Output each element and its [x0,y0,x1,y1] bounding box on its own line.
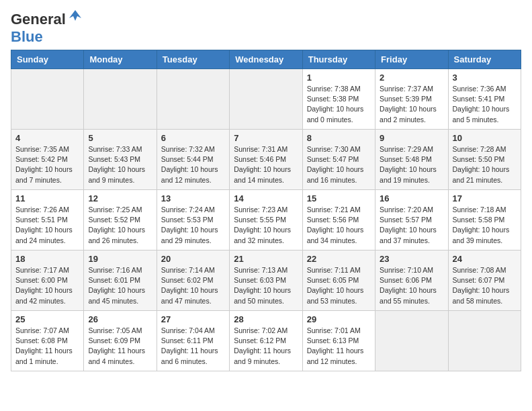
day-info: Sunrise: 7:24 AMSunset: 5:53 PMDaylight:… [161,205,225,246]
day-number: 10 [453,133,517,143]
calendar-cell [375,311,448,371]
day-info: Sunrise: 7:21 AMSunset: 5:56 PMDaylight:… [307,205,371,246]
logo-bird-icon [68,9,83,26]
day-info: Sunrise: 7:13 AMSunset: 6:03 PMDaylight:… [234,265,298,306]
day-number: 29 [307,314,371,324]
day-info: Sunrise: 7:28 AMSunset: 5:50 PMDaylight:… [453,144,517,185]
calendar-cell: 7Sunrise: 7:31 AMSunset: 5:46 PMDaylight… [230,130,302,190]
calendar-cell: 13Sunrise: 7:24 AMSunset: 5:53 PMDayligh… [157,190,229,250]
calendar-cell: 25Sunrise: 7:07 AMSunset: 6:08 PMDayligh… [11,311,84,371]
calendar-cell: 19Sunrise: 7:16 AMSunset: 6:01 PMDayligh… [84,250,157,311]
calendar-cell: 2Sunrise: 7:37 AMSunset: 5:39 PMDaylight… [375,69,448,130]
logo-blue: Blue [11,28,43,45]
calendar-cell: 12Sunrise: 7:25 AMSunset: 5:52 PMDayligh… [84,190,157,250]
day-number: 25 [15,314,79,324]
calendar-cell: 21Sunrise: 7:13 AMSunset: 6:03 PMDayligh… [230,250,302,311]
day-number: 12 [88,193,152,203]
calendar-cell: 26Sunrise: 7:05 AMSunset: 6:09 PMDayligh… [84,311,157,371]
weekday-header-friday: Friday [375,50,448,69]
day-info: Sunrise: 7:14 AMSunset: 6:02 PMDaylight:… [161,265,225,306]
day-info: Sunrise: 7:31 AMSunset: 5:46 PMDaylight:… [234,144,298,185]
day-info: Sunrise: 7:35 AMSunset: 5:42 PMDaylight:… [15,144,79,185]
calendar-cell: 15Sunrise: 7:21 AMSunset: 5:56 PMDayligh… [302,190,375,250]
day-number: 9 [380,133,443,143]
calendar-cell [11,69,84,130]
day-number: 18 [15,254,79,264]
calendar-week-row: 4Sunrise: 7:35 AMSunset: 5:42 PMDaylight… [11,130,521,190]
calendar-cell: 3Sunrise: 7:36 AMSunset: 5:41 PMDaylight… [448,69,521,130]
calendar-cell: 20Sunrise: 7:14 AMSunset: 6:02 PMDayligh… [157,250,229,311]
day-info: Sunrise: 7:11 AMSunset: 6:05 PMDaylight:… [307,265,371,306]
calendar-cell: 4Sunrise: 7:35 AMSunset: 5:42 PMDaylight… [11,130,84,190]
day-number: 24 [453,254,517,264]
calendar-cell [84,69,157,130]
day-info: Sunrise: 7:36 AMSunset: 5:41 PMDaylight:… [453,84,517,125]
day-number: 22 [307,254,371,264]
weekday-header-thursday: Thursday [302,50,375,69]
day-info: Sunrise: 7:33 AMSunset: 5:43 PMDaylight:… [88,144,152,185]
day-number: 13 [161,193,225,203]
page-header: General Blue [11,11,521,46]
day-info: Sunrise: 7:01 AMSunset: 6:13 PMDaylight:… [307,326,371,367]
day-number: 8 [307,133,371,143]
day-number: 17 [453,193,517,203]
day-info: Sunrise: 7:02 AMSunset: 6:12 PMDaylight:… [234,326,298,367]
day-number: 21 [234,254,298,264]
calendar-cell: 10Sunrise: 7:28 AMSunset: 5:50 PMDayligh… [448,130,521,190]
weekday-header-saturday: Saturday [448,50,521,69]
calendar-cell [157,69,229,130]
day-info: Sunrise: 7:17 AMSunset: 6:00 PMDaylight:… [15,265,79,306]
calendar-week-row: 18Sunrise: 7:17 AMSunset: 6:00 PMDayligh… [11,250,521,311]
day-info: Sunrise: 7:29 AMSunset: 5:48 PMDaylight:… [380,144,443,185]
day-info: Sunrise: 7:04 AMSunset: 6:11 PMDaylight:… [161,326,225,367]
calendar-cell: 22Sunrise: 7:11 AMSunset: 6:05 PMDayligh… [302,250,375,311]
calendar-cell: 11Sunrise: 7:26 AMSunset: 5:51 PMDayligh… [11,190,84,250]
day-number: 11 [15,193,79,203]
day-number: 14 [234,193,298,203]
day-info: Sunrise: 7:37 AMSunset: 5:39 PMDaylight:… [380,84,443,125]
weekday-header-tuesday: Tuesday [157,50,229,69]
calendar-table: SundayMondayTuesdayWednesdayThursdayFrid… [11,50,521,371]
calendar-cell: 28Sunrise: 7:02 AMSunset: 6:12 PMDayligh… [230,311,302,371]
calendar-cell: 6Sunrise: 7:32 AMSunset: 5:44 PMDaylight… [157,130,229,190]
day-number: 26 [88,314,152,324]
calendar-cell: 29Sunrise: 7:01 AMSunset: 6:13 PMDayligh… [302,311,375,371]
day-info: Sunrise: 7:18 AMSunset: 5:58 PMDaylight:… [453,205,517,246]
day-info: Sunrise: 7:38 AMSunset: 5:38 PMDaylight:… [307,84,371,125]
day-info: Sunrise: 7:25 AMSunset: 5:52 PMDaylight:… [88,205,152,246]
day-number: 20 [161,254,225,264]
weekday-header-row: SundayMondayTuesdayWednesdayThursdayFrid… [11,50,521,69]
day-info: Sunrise: 7:08 AMSunset: 6:07 PMDaylight:… [453,265,517,306]
day-number: 5 [88,133,152,143]
day-info: Sunrise: 7:26 AMSunset: 5:51 PMDaylight:… [15,205,79,246]
calendar-cell: 27Sunrise: 7:04 AMSunset: 6:11 PMDayligh… [157,311,229,371]
day-number: 7 [234,133,298,143]
calendar-cell: 5Sunrise: 7:33 AMSunset: 5:43 PMDaylight… [84,130,157,190]
calendar-cell: 17Sunrise: 7:18 AMSunset: 5:58 PMDayligh… [448,190,521,250]
calendar-cell [230,69,302,130]
calendar-cell: 18Sunrise: 7:17 AMSunset: 6:00 PMDayligh… [11,250,84,311]
day-number: 15 [307,193,371,203]
calendar-cell: 23Sunrise: 7:10 AMSunset: 6:06 PMDayligh… [375,250,448,311]
weekday-header-sunday: Sunday [11,50,84,69]
day-info: Sunrise: 7:16 AMSunset: 6:01 PMDaylight:… [88,265,152,306]
day-number: 3 [453,73,517,83]
calendar-week-row: 1Sunrise: 7:38 AMSunset: 5:38 PMDaylight… [11,69,521,130]
day-info: Sunrise: 7:30 AMSunset: 5:47 PMDaylight:… [307,144,371,185]
day-info: Sunrise: 7:23 AMSunset: 5:55 PMDaylight:… [234,205,298,246]
svg-marker-0 [69,10,81,21]
day-info: Sunrise: 7:05 AMSunset: 6:09 PMDaylight:… [88,326,152,367]
weekday-header-monday: Monday [84,50,157,69]
calendar-cell [448,311,521,371]
day-number: 2 [380,73,443,83]
logo-general: General [11,11,66,28]
calendar-week-row: 11Sunrise: 7:26 AMSunset: 5:51 PMDayligh… [11,190,521,250]
calendar-cell: 14Sunrise: 7:23 AMSunset: 5:55 PMDayligh… [230,190,302,250]
day-number: 6 [161,133,225,143]
day-info: Sunrise: 7:10 AMSunset: 6:06 PMDaylight:… [380,265,443,306]
calendar-cell: 24Sunrise: 7:08 AMSunset: 6:07 PMDayligh… [448,250,521,311]
day-number: 1 [307,73,371,83]
day-number: 28 [234,314,298,324]
calendar-cell: 9Sunrise: 7:29 AMSunset: 5:48 PMDaylight… [375,130,448,190]
day-info: Sunrise: 7:07 AMSunset: 6:08 PMDaylight:… [15,326,79,367]
